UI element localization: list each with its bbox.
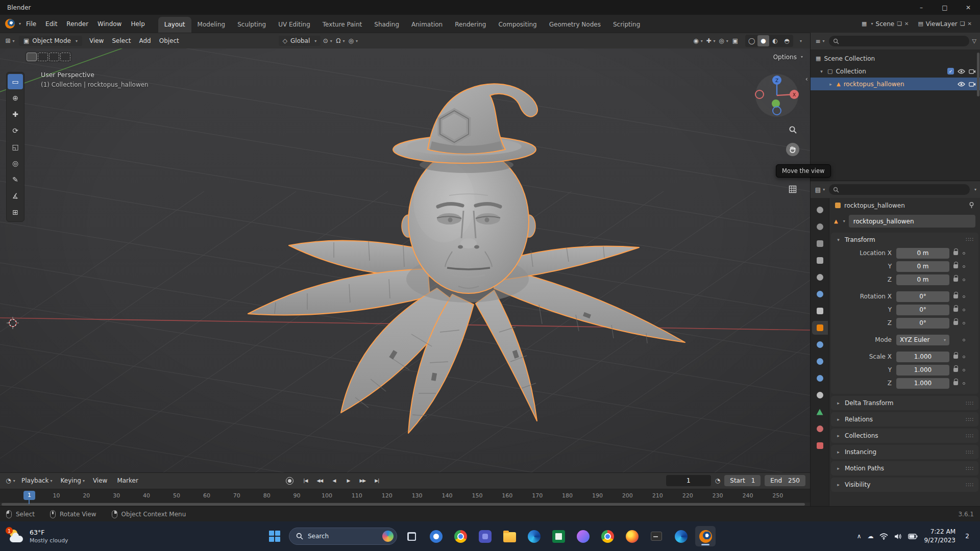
timeline-editor-type-button[interactable]: ◔▾ (5, 475, 16, 486)
disable-render-camera-icon[interactable] (969, 82, 976, 87)
snap-magnet-button[interactable]: Ω▾ (334, 35, 346, 46)
timeline-ruler[interactable]: 1 10203040506070809010011012013014015016… (0, 489, 810, 503)
current-frame-field[interactable]: 1 (666, 475, 711, 486)
workspace-tab[interactable]: Modeling (191, 17, 232, 33)
animate-dot-icon[interactable] (963, 279, 965, 281)
properties-section-header[interactable]: ▸ Delta Transform ∷∷ (831, 396, 978, 410)
collection-tab[interactable] (812, 304, 828, 318)
value-field[interactable]: 0 m (896, 261, 949, 272)
edge-icon[interactable] (524, 526, 544, 546)
model-rocktopus[interactable] (248, 84, 685, 433)
expander-icon[interactable]: ▾ (819, 69, 824, 74)
drag-handle-icon[interactable]: ∷∷ (966, 482, 974, 488)
tool-rotate[interactable]: ⟳ (8, 123, 23, 138)
modifiers-tab[interactable] (812, 338, 828, 352)
tool-add-cube[interactable]: ⊞ (8, 205, 23, 220)
show-overlays-icon[interactable]: ◎▾ (718, 35, 729, 46)
frame-end-field[interactable]: End 250 (765, 475, 805, 486)
chat-icon[interactable] (426, 526, 446, 546)
show-hidden-icons-chevron[interactable]: ∧ (857, 533, 862, 540)
drag-handle-icon[interactable]: ∷∷ (966, 236, 974, 243)
workspace-tab[interactable]: Sculpting (231, 17, 272, 33)
toggle-orthographic-icon[interactable] (786, 183, 799, 196)
animate-dot-icon[interactable] (963, 339, 965, 341)
file-explorer-icon[interactable] (499, 526, 520, 546)
object-tab[interactable] (812, 321, 828, 335)
tool-transform[interactable]: ◎ (8, 156, 23, 171)
navigation-gizmo[interactable]: Z X (754, 73, 799, 119)
move-view-hand-icon[interactable] (786, 143, 799, 156)
animate-dot-icon[interactable] (963, 309, 965, 311)
play-reverse-button[interactable]: ◀ (328, 475, 340, 486)
outliner-row-object[interactable]: ▸ ▲ rocktopus_hallowen (811, 78, 980, 90)
hide-eye-icon[interactable] (958, 82, 965, 87)
wifi-icon[interactable] (879, 533, 888, 540)
play-button[interactable]: ▶ (342, 475, 355, 486)
value-field[interactable]: 0° (896, 305, 949, 315)
timeline-menu-item[interactable]: Marker (113, 475, 143, 486)
object-name-field[interactable]: rocktopus_hallowen (849, 215, 975, 228)
options-dropdown[interactable]: Options ▾ (773, 54, 803, 61)
firefox-icon[interactable] (622, 526, 642, 546)
workspace-tab[interactable]: Texture Paint (316, 17, 368, 33)
properties-search-input[interactable] (829, 184, 970, 195)
maximize-button[interactable]: □ (933, 0, 957, 15)
select-mode-extend[interactable] (38, 53, 48, 61)
lock-open-icon[interactable] (953, 308, 958, 312)
material-tab[interactable] (812, 422, 828, 436)
disable-render-camera-icon[interactable] (969, 69, 976, 74)
drag-handle-icon[interactable]: ∷∷ (966, 433, 974, 439)
viewport-3d[interactable]: Options ▾ User Perspective (1) Collectio… (0, 48, 810, 472)
select-mode-set[interactable] (27, 53, 37, 61)
workspace-tab[interactable]: Layout (158, 17, 191, 33)
viewport-menu-item[interactable]: Object (155, 36, 183, 46)
zoom-view-icon[interactable] (786, 123, 799, 136)
select-mode-subtract[interactable] (49, 53, 59, 61)
timeline-menu-item[interactable]: Keying▾ (57, 475, 89, 486)
lock-open-icon[interactable] (953, 294, 958, 298)
value-field[interactable]: 0 m (896, 248, 949, 259)
auto-keyframe-record-button[interactable] (286, 477, 293, 485)
animate-dot-icon[interactable] (963, 322, 965, 324)
properties-section-header[interactable]: ▸ Visibility ∷∷ (831, 478, 978, 492)
value-field[interactable]: 0 m (896, 274, 949, 285)
rotation-mode-dropdown[interactable]: XYZ Euler ▾ (896, 335, 949, 345)
show-visibility-icon[interactable]: ◉▾ (692, 35, 704, 46)
render-tab[interactable] (812, 220, 828, 234)
expander-icon[interactable]: ▸ (828, 82, 834, 87)
properties-section-header[interactable]: ▸ Instancing ∷∷ (831, 445, 978, 459)
menu-item[interactable]: Help (126, 18, 149, 30)
timeline-menu-item[interactable]: Playback▾ (17, 475, 57, 486)
animate-dot-icon[interactable] (963, 369, 965, 371)
viewlayer-selector[interactable]: ▤ ViewLayer ❏ ✕ (915, 19, 975, 29)
jump-to-start-button[interactable]: |◀ (299, 475, 312, 486)
pivot-point-button[interactable]: ⊙▾ (322, 35, 333, 46)
shading-solid[interactable]: ● (757, 35, 769, 46)
weather-widget[interactable]: 1 63°F Mostly cloudy (8, 529, 68, 544)
workspace-tab[interactable]: Animation (405, 17, 449, 33)
physics-tab[interactable] (812, 371, 828, 385)
blender-logo-icon[interactable] (5, 19, 15, 29)
viewport-3d-scene[interactable] (0, 48, 810, 472)
animate-dot-icon[interactable] (963, 265, 965, 268)
teams-icon[interactable] (475, 526, 495, 546)
tool-cursor[interactable]: ⊕ (8, 90, 23, 106)
minimize-button[interactable]: – (910, 0, 933, 15)
menu-item[interactable]: Window (93, 18, 126, 30)
workspace-tab[interactable]: Compositing (492, 17, 543, 33)
drag-handle-icon[interactable]: ∷∷ (966, 400, 974, 407)
clock-widget[interactable]: 7:22 AM 9/27/2023 (924, 528, 955, 545)
shading-rendered[interactable]: ◓ (781, 35, 793, 46)
lock-open-icon[interactable] (953, 381, 958, 385)
drag-handle-icon[interactable]: ∷∷ (966, 449, 974, 456)
prev-keyframe-button[interactable]: ◀◀ (313, 475, 326, 486)
value-field[interactable]: 0° (896, 291, 949, 302)
playhead[interactable]: 1 (23, 491, 35, 500)
particles-tab[interactable] (812, 355, 828, 368)
lock-open-icon[interactable] (953, 368, 958, 372)
terminal-icon[interactable] (646, 526, 667, 546)
menu-item[interactable]: File (21, 18, 41, 30)
lock-open-icon[interactable] (953, 251, 958, 255)
value-field[interactable]: 1.000 (896, 378, 949, 389)
notification-count[interactable]: 2 (963, 533, 972, 540)
